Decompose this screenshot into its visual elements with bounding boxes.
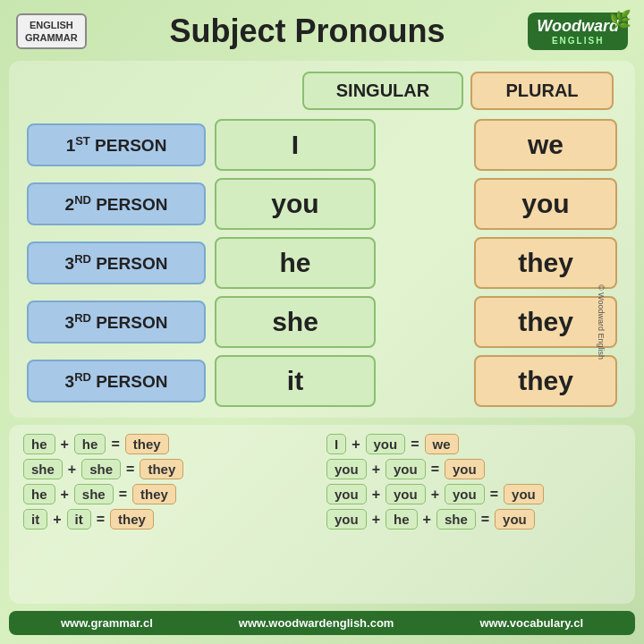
sum-op: = xyxy=(409,436,420,453)
pronoun-rows: 1ST PERSON I we 2ND PERSON you you 3RD P… xyxy=(27,119,617,407)
sum-op: = xyxy=(124,462,136,478)
pronoun-singular-he: he xyxy=(215,237,376,289)
singular-header: SINGULAR xyxy=(302,72,463,110)
sum-op: = xyxy=(95,512,106,528)
badge-line1: ENGLISH xyxy=(30,20,73,30)
list-item: he + he = they xyxy=(23,434,318,454)
sum-word: you xyxy=(445,484,485,504)
sum-result: they xyxy=(125,434,169,454)
ordinal-3rd-2: RD xyxy=(74,311,91,325)
list-item: I + you = we xyxy=(326,434,621,454)
sum-op: = xyxy=(109,436,121,453)
pronoun-singular-i: I xyxy=(215,119,376,171)
sum-result: they xyxy=(132,484,176,504)
sum-word: you xyxy=(386,484,426,504)
logo-main-text: Woodward xyxy=(537,17,619,36)
page-title: Subject Pronouns xyxy=(96,13,520,50)
pronoun-singular-it: it xyxy=(215,355,376,407)
ordinal-3rd-3: RD xyxy=(74,370,91,384)
copyright-text: © Woodward English xyxy=(597,284,606,360)
sum-op: + xyxy=(370,487,382,503)
pronoun-plural-they1: they xyxy=(474,237,617,289)
ordinal-3rd-1: RD xyxy=(74,252,91,266)
sum-result: you xyxy=(504,484,544,504)
sum-op: + xyxy=(59,487,71,503)
person-label-3rd-he: 3RD PERSON xyxy=(27,242,206,284)
sum-word: you xyxy=(366,434,406,454)
list-item: it + it = they xyxy=(23,509,318,530)
sum-word: she xyxy=(23,459,63,479)
sum-op: + xyxy=(421,512,433,528)
pronoun-table: SINGULAR PLURAL 1ST PERSON I we 2ND PERS… xyxy=(9,61,635,418)
table-row: 3RD PERSON it they xyxy=(27,355,617,407)
sum-word: he xyxy=(386,509,418,530)
grammar-badge: ENGLISH GRAMMAR xyxy=(16,13,87,50)
sum-result: you xyxy=(495,509,535,530)
sum-word: you xyxy=(386,459,426,479)
list-item: he + she = they xyxy=(23,484,318,504)
list-item: she + she = they xyxy=(23,459,318,479)
footer-link-woodward[interactable]: www.woodwardenglish.com xyxy=(239,616,394,630)
woodward-logo: 🌿 Woodward ENGLISH xyxy=(528,13,628,50)
sum-word: you xyxy=(326,484,367,504)
person-label-2nd: 2ND PERSON xyxy=(27,182,206,225)
person-label-1st: 1ST PERSON xyxy=(27,123,206,166)
sum-word: he xyxy=(23,484,55,504)
sum-result: we xyxy=(425,434,459,454)
person-label-3rd-it: 3RD PERSON xyxy=(27,360,206,402)
logo-sub-text: ENGLISH xyxy=(537,36,619,46)
sum-op: + xyxy=(370,462,382,478)
sum-op: + xyxy=(429,487,441,503)
pronoun-singular-she: she xyxy=(215,296,376,348)
summary-area: he + he = they she + she = they he + she… xyxy=(9,425,635,604)
sum-word: it xyxy=(23,509,47,530)
table-row: 3RD PERSON he they xyxy=(27,237,617,289)
sum-word: she xyxy=(81,459,121,479)
summary-left: he + he = they she + she = they he + she… xyxy=(23,434,318,595)
badge-line2: GRAMMAR xyxy=(25,32,78,43)
sum-result: they xyxy=(110,509,154,530)
footer: www.grammar.cl www.woodwardenglish.com w… xyxy=(9,611,635,635)
sum-word: she xyxy=(436,509,476,530)
plural-header: PLURAL xyxy=(470,72,614,110)
person-label-3rd-she: 3RD PERSON xyxy=(27,301,206,343)
summary-right: I + you = we you + you = you you + you +… xyxy=(326,434,621,595)
column-headers: SINGULAR PLURAL xyxy=(27,72,617,110)
sum-word: I xyxy=(326,434,346,454)
sum-op: + xyxy=(51,512,63,528)
pronoun-plural-they3: they xyxy=(474,355,617,407)
sum-word: he xyxy=(23,434,55,454)
list-item: you + you + you = you xyxy=(326,484,621,504)
main-container: ENGLISH GRAMMAR Subject Pronouns 🌿 Woodw… xyxy=(0,0,644,644)
pronoun-plural-you2: you xyxy=(474,178,617,230)
sum-op: + xyxy=(66,462,78,478)
sum-word: you xyxy=(326,459,367,479)
footer-link-vocab[interactable]: www.vocabulary.cl xyxy=(479,616,583,630)
list-item: you + he + she = you xyxy=(326,509,621,530)
table-row: 1ST PERSON I we xyxy=(27,119,617,171)
leaf-icon: 🌿 xyxy=(609,9,631,30)
list-item: you + you = you xyxy=(326,459,621,479)
sum-result: they xyxy=(140,459,183,479)
ordinal-1st: ST xyxy=(75,134,90,148)
header: ENGLISH GRAMMAR Subject Pronouns 🌿 Woodw… xyxy=(9,9,635,54)
sum-op: = xyxy=(117,487,129,503)
sum-op: = xyxy=(488,487,500,503)
table-row: 2ND PERSON you you xyxy=(27,178,617,230)
sum-op: + xyxy=(350,436,361,453)
sum-op: + xyxy=(59,436,71,453)
pronoun-plural-they2: they xyxy=(474,296,617,348)
sum-word: she xyxy=(74,484,114,504)
sum-word: it xyxy=(67,509,91,530)
footer-link-grammar[interactable]: www.grammar.cl xyxy=(61,616,153,630)
pronoun-plural-we: we xyxy=(474,119,617,171)
sum-op: = xyxy=(429,462,441,478)
table-row: 3RD PERSON she they xyxy=(27,296,617,348)
sum-op: = xyxy=(479,512,491,528)
ordinal-2nd: ND xyxy=(74,193,91,207)
sum-result: you xyxy=(445,459,485,479)
sum-word: you xyxy=(326,509,367,530)
sum-word: he xyxy=(74,434,106,454)
pronoun-singular-you: you xyxy=(215,178,376,230)
sum-op: + xyxy=(370,512,382,528)
